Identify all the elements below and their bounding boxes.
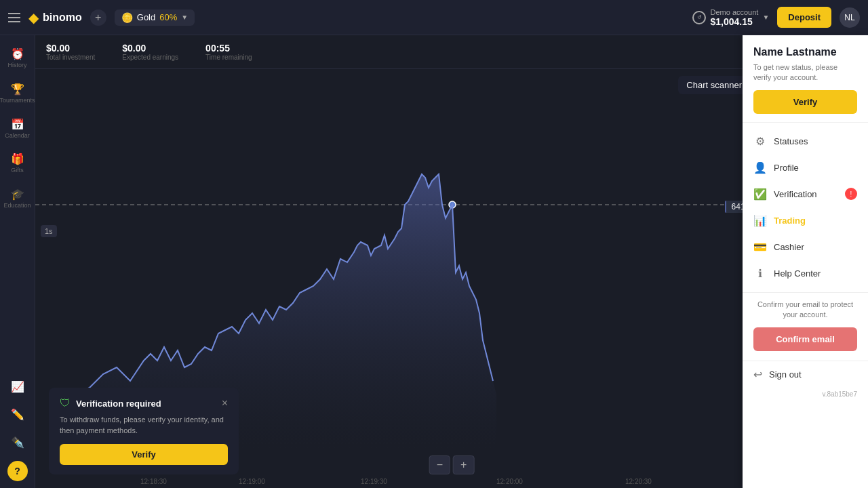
notification-close-button[interactable]: ×: [222, 397, 228, 409]
left-sidebar: ⏰ History 🏆 Tournaments 📅 Calendar 🎁 Gif…: [0, 35, 35, 488]
verification-icon: ✅: [753, 188, 767, 201]
sidebar-item-history[interactable]: ⏰ History: [3, 42, 33, 75]
stat-expected-earnings: $0.00 Expected earnings: [122, 43, 178, 61]
email-section-text: Confirm your email to protect your accou…: [753, 300, 857, 321]
logo-icon: ◆: [28, 9, 39, 26]
menu-label-cashier: Cashier: [774, 242, 857, 252]
email-section: Confirm your email to protect your accou…: [743, 292, 868, 358]
notification-header: 🛡 Verification required ×: [60, 397, 228, 409]
zoom-out-button[interactable]: −: [429, 455, 450, 474]
time-label-1: 12:19:00: [239, 478, 265, 485]
asset-name: Gold: [137, 12, 155, 22]
shield-icon: 🛡: [60, 397, 71, 409]
stat-total-investment: $0.00 Total investment: [46, 43, 95, 61]
verify-subtitle: To get new status, please verify your ac…: [753, 62, 857, 83]
timeframe-badge[interactable]: 1s: [41, 225, 57, 237]
sign-out-button[interactable]: ↩ Sign out: [743, 361, 868, 388]
menu-label-profile: Profile: [774, 163, 857, 173]
education-icon: 🎓: [11, 188, 24, 201]
chevron-down-icon-account: ▼: [762, 14, 769, 21]
sidebar-item-chart[interactable]: 📈: [3, 375, 33, 400]
asset-icon: 🪙: [121, 12, 133, 23]
notification-panel: 🛡 Verification required × To withdraw fu…: [49, 388, 239, 474]
time-label-2: 12:19:30: [361, 478, 387, 485]
sidebar-item-tournaments[interactable]: 🏆 Tournaments: [3, 77, 33, 110]
gifts-icon: 🎁: [11, 152, 24, 165]
menu-icon[interactable]: [8, 13, 20, 22]
verify-button[interactable]: Verify: [753, 90, 857, 114]
stat-total-investment-value: $0.00: [46, 43, 95, 54]
time-label-0: 12:18:30: [140, 478, 167, 485]
menu-section: ⚙ Statuses 👤 Profile ✅ Verification ! 📊 …: [743, 123, 868, 292]
notification-verify-button[interactable]: Verify: [60, 444, 228, 465]
menu-item-profile[interactable]: 👤 Profile: [743, 155, 868, 181]
sign-out-icon: ↩: [753, 368, 762, 381]
notification-body: To withdraw funds, please verify your id…: [60, 415, 228, 436]
menu-label-help: Help Center: [774, 268, 857, 279]
stat-time-remaining-label: Time remaining: [205, 54, 252, 61]
sidebar-item-indicators[interactable]: ✏️: [3, 403, 33, 428]
indicators-icon: ✏️: [11, 408, 24, 421]
sidebar-item-calendar-label: Calendar: [5, 132, 30, 140]
profile-icon: 👤: [753, 161, 767, 174]
sidebar-item-calendar[interactable]: 📅 Calendar: [3, 113, 33, 145]
add-tab-button[interactable]: +: [90, 9, 106, 26]
user-name: Name Lastname: [753, 46, 857, 58]
asset-selector[interactable]: 🪙 Gold 60% ▼: [115, 9, 195, 26]
cashier-icon: 💳: [753, 241, 767, 253]
menu-item-help[interactable]: ℹ Help Center: [743, 260, 868, 287]
sidebar-bottom: 📈 ✏️ ✒️ ?: [3, 375, 33, 481]
sidebar-item-gifts-label: Gifts: [11, 167, 24, 174]
chevron-down-icon: ▼: [181, 14, 188, 21]
menu-label-trading: Trading: [774, 216, 857, 226]
calendar-icon: 📅: [11, 118, 24, 131]
confirm-email-button[interactable]: Confirm email: [753, 327, 857, 351]
notification-title: Verification required: [76, 399, 216, 409]
demo-account[interactable]: ↺ Demo account $1,004.15 ▼: [692, 8, 769, 27]
asset-percent: 60%: [159, 12, 177, 22]
time-label-3: 12:20:00: [496, 478, 523, 485]
stat-total-investment-label: Total investment: [46, 54, 95, 61]
zoom-in-button[interactable]: +: [453, 455, 474, 474]
verification-badge: !: [845, 188, 857, 200]
demo-account-type: Demo account: [710, 8, 758, 16]
sidebar-item-gifts[interactable]: 🎁 Gifts: [3, 147, 33, 180]
sidebar-item-education[interactable]: 🎓 Education: [3, 182, 33, 215]
version-label: v.8ab15be7: [743, 388, 868, 401]
time-label-4: 12:20:30: [625, 478, 652, 485]
stat-expected-earnings-label: Expected earnings: [122, 54, 178, 61]
demo-account-balance: $1,004.15: [710, 16, 758, 27]
menu-item-trading[interactable]: 📊 Trading: [743, 207, 868, 234]
avatar[interactable]: NL: [840, 7, 860, 28]
stat-time-remaining: 00:55 Time remaining: [205, 43, 252, 61]
menu-item-cashier[interactable]: 💳 Cashier: [743, 234, 868, 260]
pencil-icon: ✒️: [11, 436, 24, 449]
sidebar-item-history-label: History: [7, 62, 26, 69]
logo: ◆ binomo: [28, 9, 82, 26]
top-nav: ◆ binomo + 🪙 Gold 60% ▼ ↺ Demo account $…: [0, 0, 868, 35]
right-panel-header: Name Lastname To get new status, please …: [743, 46, 868, 123]
menu-label-verification: Verification: [774, 189, 838, 199]
statuses-icon: ⚙: [753, 135, 767, 148]
zoom-controls: − +: [429, 455, 475, 474]
menu-label-statuses: Statuses: [774, 136, 857, 146]
menu-item-verification[interactable]: ✅ Verification !: [743, 181, 868, 207]
trading-icon: 📊: [753, 214, 767, 227]
deposit-button[interactable]: Deposit: [777, 7, 831, 28]
sidebar-item-pencil[interactable]: ✒️: [3, 430, 33, 455]
chart-icon: 📈: [11, 380, 24, 393]
logo-text: binomo: [43, 12, 82, 24]
help-button[interactable]: ?: [7, 461, 28, 481]
stat-time-remaining-value: 00:55: [205, 43, 252, 54]
tournaments-icon: 🏆: [11, 83, 24, 96]
sidebar-item-tournaments-label: Tournaments: [0, 97, 35, 104]
right-panel: Name Lastname To get new status, please …: [743, 35, 868, 488]
sign-out-label: Sign out: [769, 369, 802, 380]
demo-account-icon: ↺: [692, 11, 706, 24]
history-icon: ⏰: [11, 47, 24, 60]
sidebar-item-education-label: Education: [3, 202, 31, 209]
stat-expected-earnings-value: $0.00: [122, 43, 178, 54]
chart-scanner-label: Chart scanner: [686, 80, 742, 90]
help-center-icon: ℹ: [753, 267, 767, 280]
menu-item-statuses[interactable]: ⚙ Statuses: [743, 128, 868, 155]
